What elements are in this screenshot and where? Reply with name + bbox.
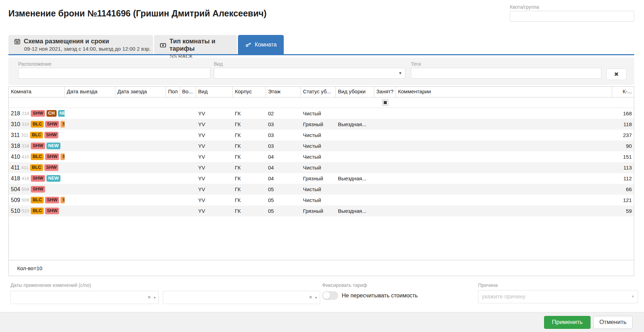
- cancel-button[interactable]: Отменить: [593, 316, 632, 329]
- apply-button[interactable]: Применить: [544, 316, 591, 329]
- col-header-depart[interactable]: Дата выезда: [65, 87, 115, 97]
- room-number-secondary: 411: [21, 165, 29, 170]
- room-cell: 410410BLCSHWS: [9, 151, 65, 162]
- building-cell: ГК: [233, 205, 266, 216]
- table-row[interactable]: 311311BLCSHWYVГК03Чистый237: [9, 130, 634, 140]
- table-row[interactable]: 410410BLCSHWSYVГК04Чистый151: [9, 151, 634, 162]
- gender-cell: [166, 162, 180, 173]
- col-header-room[interactable]: Комната: [9, 87, 65, 97]
- clear-filters-button[interactable]: ✖: [606, 68, 627, 80]
- col-header-floor[interactable]: Этаж: [266, 87, 301, 97]
- col-header-count[interactable]: К-...: [612, 87, 634, 97]
- tab-room-type-rates[interactable]: Тип комнаты и тарифы SS RACK: [154, 35, 237, 54]
- count-cell: 118: [612, 119, 634, 130]
- tags-filter: Теги: [411, 61, 601, 79]
- col-header-age[interactable]: Во...: [180, 87, 196, 97]
- depart-date-cell: [65, 195, 115, 205]
- quota-group-input[interactable]: [510, 11, 634, 22]
- date-to-select[interactable]: × ▾: [163, 291, 320, 304]
- age-cell: [180, 151, 196, 162]
- room-tag-badge-blc: BLC: [31, 153, 44, 160]
- depart-date-cell: [65, 119, 115, 130]
- clear-icon[interactable]: ×: [309, 294, 312, 301]
- col-header-busy[interactable]: Занят?: [374, 87, 396, 97]
- room-tag-badge-blc: BLC: [31, 121, 44, 128]
- room-tag-badge-shw: SHW: [44, 132, 58, 138]
- busy-cell: [374, 184, 396, 195]
- clean-status-cell: Чистый: [301, 140, 336, 151]
- comments-cell: [396, 195, 612, 205]
- building-cell: ГК: [233, 108, 266, 119]
- busy-cell: [374, 108, 396, 119]
- row-count-text: Кол-во=10: [17, 265, 42, 271]
- table-row[interactable]: 218218SHWCHNEWYVГК02Чистый168: [9, 108, 634, 119]
- arrive-date-cell: [115, 140, 166, 151]
- count-cell: 113: [612, 162, 634, 173]
- table-row[interactable]: 411411BLCSHWYVГК04Чистый113: [9, 162, 634, 173]
- reason-select[interactable]: укажите причину ▼: [478, 290, 638, 303]
- col-header-view[interactable]: Вид: [196, 87, 233, 97]
- chevron-down-icon: ▾: [154, 296, 155, 299]
- busy-cell: [374, 140, 396, 151]
- table-body: 218218SHWCHNEWYVГК02Чистый168310310BLCSH…: [9, 108, 634, 216]
- table-row[interactable]: 418418SHWNEWYVГК04ГрязныйВыездная...112: [9, 173, 634, 184]
- date-from-select[interactable]: × ▾: [10, 291, 159, 304]
- chevron-down-icon: ▼: [398, 71, 402, 75]
- age-cell: [180, 162, 196, 173]
- arrive-date-cell: [115, 205, 166, 216]
- cleaning-type-cell: [336, 162, 374, 173]
- fix-rate-toggle[interactable]: [322, 291, 338, 300]
- tab-room[interactable]: Комната: [238, 35, 284, 54]
- quota-group-field: Квота/группа: [510, 4, 634, 22]
- table-row[interactable]: 509509BLCSHWSYVГК05Чистый121: [9, 195, 634, 205]
- clear-icon[interactable]: ×: [147, 294, 151, 301]
- checkbox-indeterminate-mark: [384, 101, 387, 104]
- cleaning-type-cell: [336, 184, 374, 195]
- reason-label: Причина: [478, 282, 638, 288]
- busy-filter-checkbox[interactable]: [382, 100, 388, 106]
- table-empty-space: [9, 216, 634, 260]
- room-tag-badge-ch: CH: [46, 110, 57, 117]
- gender-cell: [166, 130, 180, 140]
- col-header-cleaning[interactable]: Вид уборки: [336, 87, 374, 97]
- busy-cell: [374, 162, 396, 173]
- gender-cell: [166, 108, 180, 119]
- room-cell: 411411BLCSHW: [9, 162, 65, 173]
- tab-placement-scheme[interactable]: Схема размещения и сроки 09-12 ноя 2021,…: [8, 35, 153, 54]
- arrive-date-cell: [115, 130, 166, 140]
- age-cell: [180, 108, 196, 119]
- table-row[interactable]: 310310BLCSHWSYVГК03ГрязныйВыездная...118: [9, 119, 634, 130]
- table-row[interactable]: 318318SHWNEWYVГК03Чистый90: [9, 140, 634, 151]
- count-cell: 90: [612, 140, 634, 151]
- view-select[interactable]: ▼: [214, 68, 405, 79]
- busy-cell: [374, 195, 396, 205]
- floor-cell: 04: [266, 151, 301, 162]
- col-header-arrive[interactable]: Дата заезда: [115, 87, 166, 97]
- arrive-date-cell: [115, 108, 166, 119]
- room-number-secondary: 310: [22, 122, 29, 127]
- toggle-knob: [323, 292, 330, 299]
- gender-cell: [166, 184, 180, 195]
- comments-cell: [396, 184, 612, 195]
- tags-input[interactable]: [411, 68, 601, 79]
- floor-cell: 04: [266, 162, 301, 173]
- col-header-comments[interactable]: Комментарии: [396, 87, 612, 97]
- gender-cell: [166, 140, 180, 151]
- cleaning-type-cell: Выездная...: [336, 119, 374, 130]
- comments-cell: [396, 119, 612, 130]
- table-row[interactable]: 510510BLCSHWYVГК05ГрязныйВыездная...59: [9, 205, 634, 216]
- room-tag-badge-s: S: [60, 153, 65, 160]
- gender-cell: [166, 173, 180, 184]
- floor-cell: 05: [266, 205, 301, 216]
- col-header-gender[interactable]: Пол: [166, 87, 180, 97]
- room-number: 510: [11, 208, 20, 214]
- room-number: 504: [11, 186, 20, 193]
- col-header-building[interactable]: Корпус: [233, 87, 266, 97]
- col-header-status[interactable]: Статус уб...: [301, 87, 336, 97]
- clean-status-cell: Чистый: [301, 162, 336, 173]
- tab-placement-label: Схема размещения и сроки: [24, 38, 109, 45]
- room-tag-badge-new: NEW: [46, 175, 60, 182]
- cleaning-type-cell: [336, 195, 374, 205]
- table-row[interactable]: 504504SHWYVГК05Чистый66: [9, 184, 634, 195]
- location-input[interactable]: [18, 68, 210, 79]
